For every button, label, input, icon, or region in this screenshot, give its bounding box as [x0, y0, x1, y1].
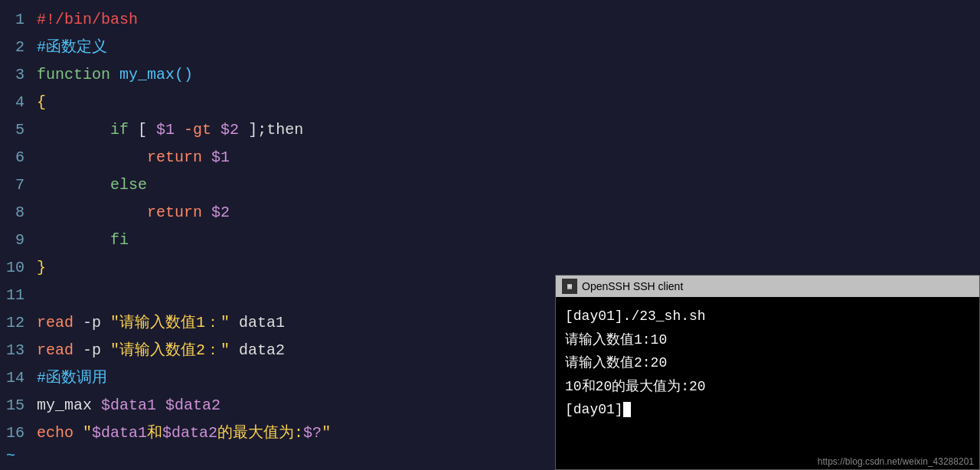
code-line-1: 1 #!/bin/bash [0, 6, 980, 34]
watermark: https://blog.csdn.net/weixin_43288201 [818, 456, 974, 467]
terminal-line-2: 请输入数值1:10 [565, 328, 970, 352]
line-number-15: 15 [6, 392, 37, 419]
terminal-line-1: [day01]./23_sh.sh [565, 305, 970, 328]
line-content-4: { [37, 89, 974, 116]
line-number-16: 16 [6, 419, 37, 447]
code-line-2: 2 #函数定义 [0, 34, 980, 61]
code-line-5: 5 if [ $1 -gt $2 ];then [0, 116, 980, 144]
terminal-icon: ▦ [562, 279, 577, 294]
line-number-13: 13 [6, 337, 37, 364]
line-number-10: 10 [6, 254, 37, 282]
terminal-window[interactable]: ▦ OpenSSH SSH client [day01]./23_sh.sh 请… [555, 275, 980, 470]
line-content-2: #函数定义 [37, 34, 974, 61]
line-content-3: function my_max() [37, 61, 974, 89]
line-number-2: 2 [6, 34, 37, 61]
line-number-5: 5 [6, 116, 37, 144]
line-number-9: 9 [6, 227, 37, 254]
code-line-3: 3 function my_max() [0, 61, 980, 89]
line-number-6: 6 [6, 144, 37, 171]
code-line-4: 4 { [0, 89, 980, 116]
line-number-1: 1 [6, 6, 37, 34]
line-content-8: return $2 [37, 199, 974, 227]
terminal-cursor [623, 402, 631, 417]
line-content-5: if [ $1 -gt $2 ];then [37, 116, 974, 144]
code-line-9: 9 fi [0, 227, 980, 254]
terminal-body: [day01]./23_sh.sh 请输入数值1:10 请输入数值2:20 10… [556, 297, 979, 429]
code-editor: 1 #!/bin/bash 2 #函数定义 3 function my_max(… [0, 0, 980, 470]
line-content-7: else [37, 171, 974, 199]
line-number-7: 7 [6, 171, 37, 199]
code-line-7: 7 else [0, 171, 980, 199]
terminal-title: OpenSSH SSH client [582, 280, 683, 292]
terminal-line-5: [day01] [565, 398, 970, 422]
code-line-6: 6 return $1 [0, 144, 980, 171]
line-content-9: fi [37, 227, 974, 254]
line-content-1: #!/bin/bash [37, 6, 974, 34]
line-number-14: 14 [6, 364, 37, 392]
code-line-8: 8 return $2 [0, 199, 980, 227]
line-number-4: 4 [6, 89, 37, 116]
terminal-line-3: 请输入数值2:20 [565, 351, 970, 375]
line-number-8: 8 [6, 199, 37, 227]
line-number-11: 11 [6, 282, 37, 309]
terminal-line-4: 10和20的最大值为:20 [565, 375, 970, 399]
line-number-3: 3 [6, 61, 37, 89]
line-content-6: return $1 [37, 144, 974, 171]
terminal-titlebar: ▦ OpenSSH SSH client [556, 276, 979, 297]
line-number-12: 12 [6, 309, 37, 337]
